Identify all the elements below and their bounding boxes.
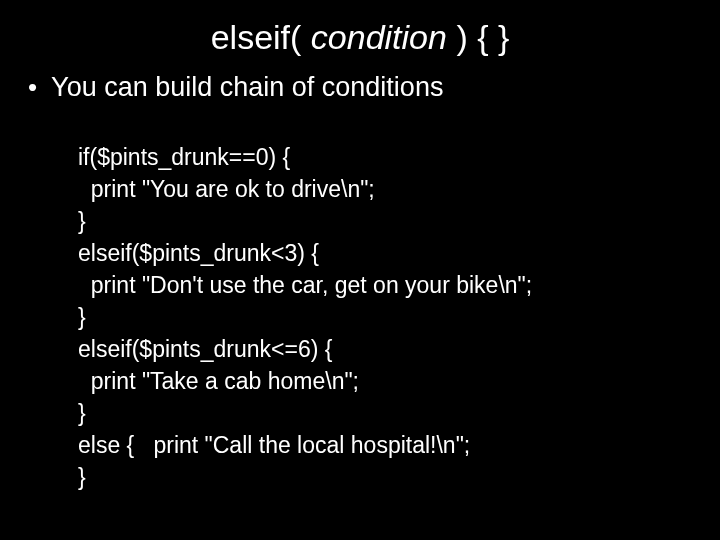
code-line: if($pints_drunk==0) {: [78, 144, 290, 170]
bullet-text: You can build chain of conditions: [51, 71, 443, 103]
bullet-dot-icon: •: [28, 71, 37, 103]
code-line: elseif($pints_drunk<=6) {: [78, 336, 332, 362]
slide: elseif( condition ) { } • You can build …: [0, 0, 720, 540]
code-line: }: [78, 400, 86, 426]
code-line: }: [78, 304, 86, 330]
code-line: elseif($pints_drunk<3) {: [78, 240, 319, 266]
code-block: if($pints_drunk==0) { print "You are ok …: [78, 109, 696, 493]
code-line: }: [78, 464, 86, 490]
code-line: print "Take a cab home\n";: [78, 368, 359, 394]
code-line: print "You are ok to drive\n";: [78, 176, 375, 202]
code-line: else { print "Call the local hospital!\n…: [78, 432, 470, 458]
code-line: print "Don't use the car, get on your bi…: [78, 272, 532, 298]
title-keyword-left: elseif(: [211, 18, 311, 56]
code-line: }: [78, 208, 86, 234]
slide-title: elseif( condition ) { }: [24, 18, 696, 57]
title-condition: condition: [311, 18, 447, 56]
bullet-item: • You can build chain of conditions: [28, 71, 696, 103]
title-keyword-right: ) { }: [447, 18, 509, 56]
